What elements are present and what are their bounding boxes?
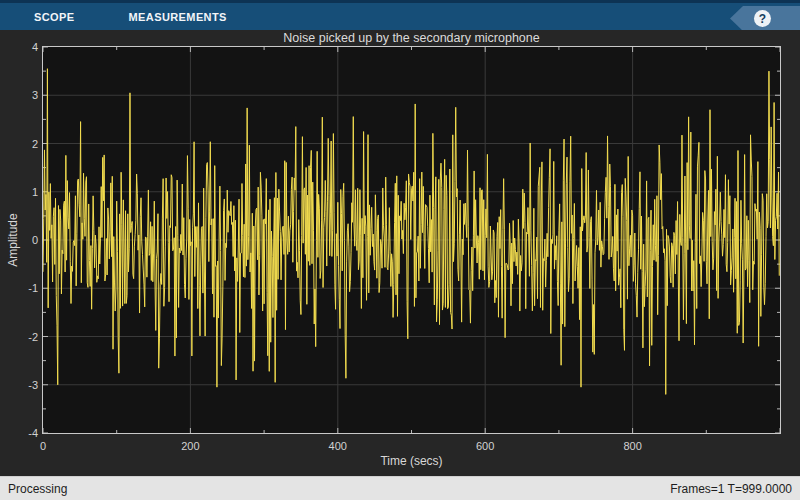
x-tick-label: 0 <box>21 439 65 453</box>
help-tag: ? <box>730 6 800 31</box>
tab-measurements[interactable]: MEASUREMENTS <box>119 3 237 30</box>
x-tick-label: 800 <box>611 439 655 453</box>
y-tick-label: 2 <box>0 137 38 151</box>
x-tick-label: 400 <box>316 439 360 453</box>
y-tick-label: 1 <box>0 185 38 199</box>
status-message: Processing <box>8 482 67 496</box>
status-bar: Processing Frames=1 T=999.0000 <box>0 476 800 500</box>
toolstrip: SCOPE MEASUREMENTS ? <box>0 0 800 30</box>
plot-area[interactable] <box>42 46 781 434</box>
x-tick-label: 200 <box>168 439 212 453</box>
scope-figure: Noise picked up by the secondary microph… <box>0 30 800 476</box>
x-tick-label: 600 <box>463 439 507 453</box>
plot-canvas[interactable] <box>43 47 780 433</box>
y-tick-label: -3 <box>0 378 38 392</box>
x-axis-label: Time (secs) <box>43 454 780 468</box>
tab-scope[interactable]: SCOPE <box>24 3 85 30</box>
chart-title: Noise picked up by the secondary microph… <box>43 31 780 46</box>
y-tick-label: -4 <box>0 426 38 440</box>
y-tick-label: -1 <box>0 281 38 295</box>
noise-signal-trace <box>43 69 779 395</box>
y-tick-label: 0 <box>0 233 38 247</box>
y-tick-label: 4 <box>0 40 38 54</box>
frames-time-readout: Frames=1 T=999.0000 <box>670 482 792 496</box>
help-icon[interactable]: ? <box>754 10 771 27</box>
y-tick-label: 3 <box>0 88 38 102</box>
y-tick-label: -2 <box>0 330 38 344</box>
